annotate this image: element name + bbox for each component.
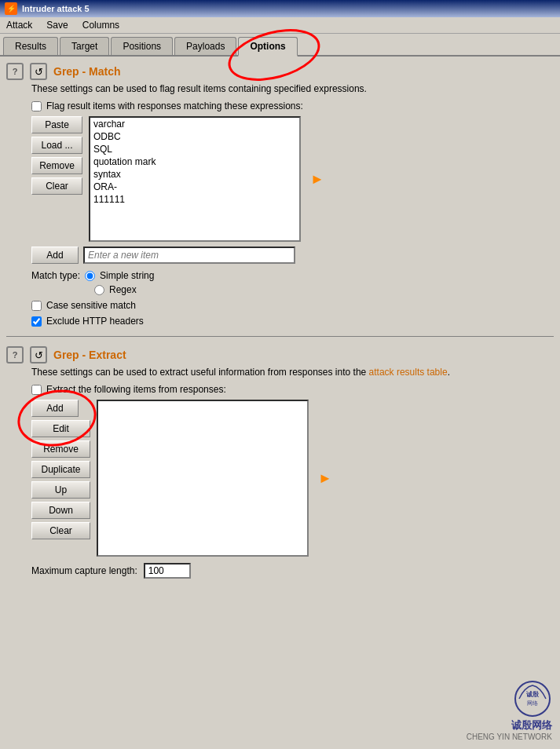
regex-label: Regex [109, 284, 137, 295]
extract-body: Add Edit Remove Duplicate Up Down Clear … [31, 400, 554, 557]
case-sensitive-label: Case sensitive match [46, 300, 136, 311]
extract-duplicate-button[interactable]: Duplicate [31, 461, 90, 478]
case-sensitive-row: Case sensitive match [31, 300, 554, 311]
list-item[interactable]: syntax [90, 168, 299, 181]
watermark-name: 诚殷网络 [467, 718, 552, 733]
grep-match-section: ? ↺ Grep - Match These settings can be u… [6, 63, 554, 327]
menu-save[interactable]: Save [43, 19, 71, 31]
exclude-http-checkbox[interactable] [31, 316, 42, 327]
list-item[interactable]: SQL [90, 143, 299, 155]
extract-remove-button[interactable]: Remove [31, 440, 90, 458]
grep-extract-description: These settings can be used to extract us… [31, 367, 554, 378]
match-type-row: Match type: Simple string Regex [31, 270, 554, 295]
match-type-label-row: Match type: Simple string [31, 270, 554, 281]
grep-match-help-button[interactable]: ? [6, 63, 24, 80]
grep-match-arrow: ► [307, 116, 324, 242]
simple-string-radio[interactable] [85, 271, 95, 281]
grep-match-refresh-button[interactable]: ↺ [30, 63, 47, 80]
extract-edit-button[interactable]: Edit [31, 420, 90, 437]
tab-results[interactable]: Results [3, 37, 58, 55]
remove-button[interactable]: Remove [31, 157, 82, 174]
extract-clear-button[interactable]: Clear [31, 522, 90, 539]
grep-match-body: Paste Load ... Remove Clear varchar ODBC… [31, 116, 554, 242]
menu-bar: Attack Save Columns [0, 17, 560, 34]
flag-checkbox[interactable] [31, 101, 42, 111]
extract-buttons: Add Edit Remove Duplicate Up Down Clear [31, 400, 90, 557]
add-input[interactable] [83, 247, 295, 264]
extract-up-button[interactable]: Up [31, 481, 90, 499]
tab-target[interactable]: Target [60, 37, 109, 55]
clear-button[interactable]: Clear [31, 177, 82, 195]
capture-length-input[interactable] [144, 563, 191, 579]
extract-down-button[interactable]: Down [31, 502, 90, 519]
regex-radio-row: Regex [94, 284, 554, 295]
tabs-bar: Results Target Positions Payloads Option… [0, 34, 560, 57]
grep-match-title: Grep - Match [53, 65, 121, 78]
exclude-http-label: Exclude HTTP headers [46, 316, 144, 327]
tab-payloads[interactable]: Payloads [174, 37, 236, 55]
paste-button[interactable]: Paste [31, 116, 82, 133]
grep-match-buttons: Paste Load ... Remove Clear [31, 116, 82, 242]
list-item[interactable]: varchar [90, 118, 299, 130]
grep-match-list[interactable]: varchar ODBC SQL quotation mark syntax O… [89, 116, 301, 242]
svg-point-0 [515, 681, 550, 716]
svg-text:诚殷: 诚殷 [526, 691, 540, 698]
watermark-logo: 诚殷 网络 [513, 679, 552, 718]
list-item[interactable]: ORA- [90, 181, 299, 193]
grep-extract-refresh-button[interactable]: ↺ [30, 346, 47, 364]
extract-add-button[interactable]: Add [31, 400, 79, 417]
menu-columns[interactable]: Columns [79, 19, 123, 31]
tab-options[interactable]: Options [238, 37, 297, 57]
grep-extract-header: ? ↺ Grep - Extract [6, 346, 554, 364]
extract-arrow: ► [315, 400, 332, 557]
section-divider [6, 336, 554, 337]
grep-match-add-row: Add [31, 247, 554, 264]
list-item[interactable]: ODBC [90, 130, 299, 143]
content-area: ? ↺ Grep - Match These settings can be u… [0, 57, 560, 746]
menu-attack[interactable]: Attack [3, 19, 35, 31]
grep-match-header: ? ↺ Grep - Match [6, 63, 554, 80]
flag-checkbox-label: Flag result items with responses matchin… [46, 100, 303, 111]
extract-right-arrow-icon: ► [318, 470, 332, 487]
right-arrow-icon: ► [310, 171, 324, 188]
watermark-text: 诚殷网络 CHENG YIN NETWORK [467, 718, 552, 741]
grep-extract-help-button[interactable]: ? [6, 346, 24, 364]
regex-radio[interactable] [94, 285, 104, 295]
grep-match-description: These settings can be used to flag resul… [31, 83, 554, 94]
case-sensitive-checkbox[interactable] [31, 301, 42, 311]
check-options: Case sensitive match Exclude HTTP header… [31, 300, 554, 327]
list-item[interactable]: quotation mark [90, 155, 299, 168]
extract-checkbox-label: Extract the following items from respons… [46, 384, 226, 395]
extract-checkbox-row: Extract the following items from respons… [31, 384, 554, 395]
grep-extract-section: ? ↺ Grep - Extract These settings can be… [6, 346, 554, 579]
title-bar: ⚡ Intruder attack 5 [0, 0, 560, 17]
match-type-label: Match type: [31, 270, 80, 281]
window-title: Intruder attack 5 [22, 4, 90, 13]
add-btn-wrapper: Add [31, 400, 90, 417]
add-button[interactable]: Add [31, 247, 79, 264]
grep-extract-title: Grep - Extract [53, 349, 126, 361]
extract-checkbox[interactable] [31, 385, 42, 395]
watermark: 诚殷 网络 诚殷网络 CHENG YIN NETWORK [467, 679, 552, 741]
svg-text:网络: 网络 [527, 700, 538, 706]
simple-string-label: Simple string [100, 270, 154, 281]
capture-length-label: Maximum capture length: [31, 565, 137, 576]
exclude-http-row: Exclude HTTP headers [31, 316, 554, 327]
extract-list[interactable] [97, 400, 309, 557]
watermark-sub: CHENG YIN NETWORK [467, 733, 552, 741]
load-button[interactable]: Load ... [31, 137, 82, 154]
capture-length-row: Maximum capture length: [31, 563, 554, 579]
flag-checkbox-row: Flag result items with responses matchin… [31, 100, 554, 111]
list-item[interactable]: 111111 [90, 193, 299, 206]
tab-positions[interactable]: Positions [111, 37, 173, 55]
app-icon: ⚡ [5, 2, 17, 15]
